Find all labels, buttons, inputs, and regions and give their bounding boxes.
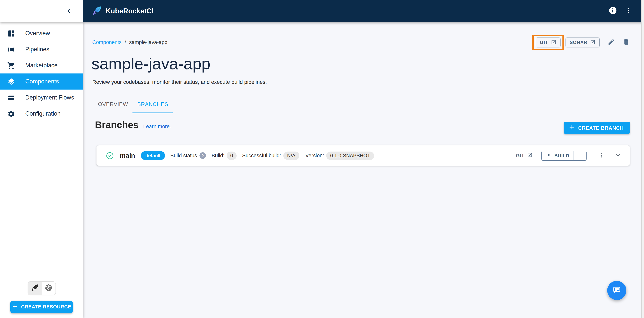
plus-icon: [12, 303, 18, 311]
sidebar-item-label: Configuration: [25, 110, 60, 117]
trash-icon: [622, 38, 630, 47]
dashboard-icon: [6, 29, 16, 38]
external-link-icon: [527, 152, 532, 159]
kuberocketci-logo-icon: [92, 5, 102, 17]
git-button[interactable]: GIT: [536, 37, 560, 47]
shopping-cart-icon: [6, 61, 16, 70]
kubernetes-view-toggle[interactable]: [42, 282, 56, 295]
deployment-flows-icon: [6, 93, 16, 102]
external-link-icon: [551, 39, 556, 46]
play-icon: [546, 152, 551, 159]
breadcrumb-current: sample-java-app: [129, 39, 168, 45]
sidebar-item-label: Deployment Flows: [25, 94, 74, 101]
sonar-button[interactable]: SONAR: [566, 37, 600, 47]
sidebar-item-overview[interactable]: Overview: [0, 25, 83, 41]
branch-name: main: [120, 152, 135, 159]
branch-expand-button[interactable]: [613, 151, 622, 160]
create-resource-button[interactable]: CREATE RESOURCE: [10, 301, 73, 313]
info-icon: [608, 6, 617, 16]
info-button[interactable]: [608, 6, 617, 16]
layers-icon: [6, 77, 16, 86]
breadcrumb-separator: /: [125, 39, 126, 45]
create-branch-label: CREATE BRANCH: [578, 125, 624, 131]
app-menu-button[interactable]: [624, 6, 633, 16]
sidebar-nav: Overview Pipelines Marketplace: [0, 22, 83, 122]
branch-menu-button[interactable]: [597, 151, 606, 160]
sidebar-item-label: Components: [25, 78, 59, 85]
kuberocketci-view-toggle[interactable]: [28, 282, 42, 295]
build-status-label: Build status: [170, 153, 197, 158]
pipelines-icon: [6, 45, 16, 54]
sonar-button-label: SONAR: [570, 40, 588, 45]
breadcrumb-components-link[interactable]: Components: [92, 39, 122, 45]
tab-bar: OVERVIEW BRANCHES: [94, 95, 173, 113]
breadcrumb: Components / sample-java-app: [92, 39, 167, 45]
app-title: KubeRocketCI: [106, 7, 154, 15]
delete-button[interactable]: [621, 37, 631, 47]
help-icon[interactable]: ?: [199, 152, 206, 159]
sidebar-item-components[interactable]: Components: [0, 73, 83, 89]
sidebar-item-label: Overview: [25, 30, 50, 37]
default-branch-chip: default: [141, 151, 165, 160]
build-button[interactable]: BUILD: [542, 151, 574, 160]
sidebar-collapse-button[interactable]: [64, 6, 74, 16]
main-content: Components / sample-java-app GIT SONAR: [83, 22, 644, 318]
app-root: KubeRocketCI: [0, 0, 644, 318]
page-title: sample-java-app: [92, 55, 210, 72]
build-split-button: BUILD: [542, 151, 586, 161]
learn-more-link[interactable]: Learn more.: [143, 124, 171, 129]
annotation-highlight-box: GIT: [532, 35, 564, 50]
edit-button[interactable]: [606, 37, 616, 47]
create-branch-button[interactable]: CREATE BRANCH: [564, 122, 630, 134]
build-button-label: BUILD: [554, 153, 569, 158]
caret-down-icon: [578, 153, 582, 158]
app-bar: KubeRocketCI: [0, 0, 644, 22]
build-count-chip: 0: [227, 151, 236, 160]
chevron-left-icon: [66, 7, 72, 15]
git-link-label: GIT: [516, 153, 524, 158]
branches-section-header: Branches Learn more.: [95, 119, 171, 130]
feather-rocket-icon: [31, 284, 39, 293]
section-title: Branches: [95, 119, 138, 130]
plus-icon: [568, 124, 575, 132]
git-button-label: GIT: [540, 40, 548, 45]
kebab-menu-icon: [598, 152, 605, 159]
build-count-label: Build:: [212, 153, 224, 158]
gear-icon: [6, 109, 16, 118]
build-options-button[interactable]: [574, 151, 586, 160]
branch-row-main: main default Build status ? Build: 0 Suc…: [96, 145, 630, 166]
external-link-icon: [590, 39, 595, 46]
chat-fab-button[interactable]: [607, 281, 626, 300]
sidebar-item-deployment-flows[interactable]: Deployment Flows: [0, 89, 83, 106]
sidebar-item-configuration[interactable]: Configuration: [0, 106, 83, 122]
component-actions: GIT SONAR: [532, 35, 631, 50]
tab-overview[interactable]: OVERVIEW: [94, 95, 133, 113]
sidebar-header: [0, 0, 83, 22]
view-mode-toggle: [28, 281, 56, 296]
sidebar-item-marketplace[interactable]: Marketplace: [0, 57, 83, 73]
tab-branches[interactable]: BRANCHES: [133, 95, 173, 113]
version-label: Version:: [305, 153, 324, 158]
create-resource-label: CREATE RESOURCE: [21, 304, 71, 310]
kebab-menu-icon: [624, 7, 632, 15]
kubernetes-wheel-icon: [44, 284, 53, 293]
chat-bubble-icon: [612, 285, 622, 296]
brand: KubeRocketCI: [92, 0, 154, 22]
sidebar-item-label: Marketplace: [25, 62, 58, 69]
sidebar-item-pipelines[interactable]: Pipelines: [0, 41, 83, 57]
chevron-down-icon: [614, 151, 622, 160]
version-chip: 0.1.0-SNAPSHOT: [326, 151, 374, 160]
branch-row-actions: GIT BUILD: [516, 151, 622, 161]
successful-build-chip: N/A: [283, 151, 299, 160]
sidebar: Overview Pipelines Marketplace: [0, 22, 83, 318]
app-bar-main: KubeRocketCI: [83, 0, 644, 22]
status-success-icon: [106, 152, 114, 159]
sidebar-item-label: Pipelines: [25, 46, 50, 53]
page-subtitle: Review your codebases, monitor their sta…: [92, 79, 267, 85]
branch-git-link[interactable]: GIT: [516, 152, 532, 159]
page-scrollbar[interactable]: [641, 0, 644, 318]
pencil-icon: [608, 38, 615, 47]
successful-build-label: Successful build:: [242, 153, 281, 158]
